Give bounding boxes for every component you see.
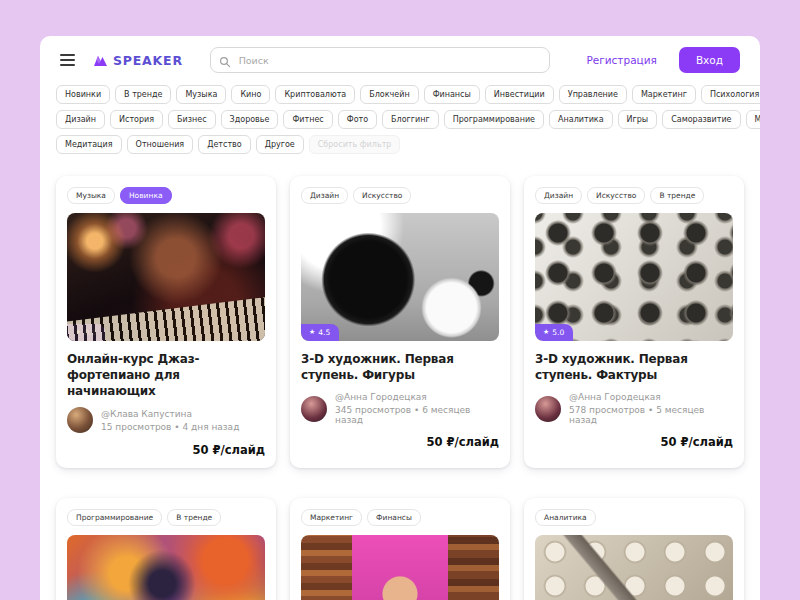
filters: Новинки В тренде Музыка Кино Криптовалют… <box>40 79 760 154</box>
filter-chip[interactable]: Маркетинг <box>632 85 696 104</box>
filter-chip[interactable]: Новинки <box>56 85 110 104</box>
card-tag[interactable]: В тренде <box>650 187 704 204</box>
course-image[interactable]: ★ 0.0 <box>67 213 265 341</box>
course-card[interactable]: Дизайн Искусство В тренде ★ 5.0 3-D худо… <box>524 176 744 468</box>
logo[interactable]: SPEAKER <box>93 53 183 68</box>
author-name[interactable]: @Клава Капустина <box>101 409 239 419</box>
filter-chip[interactable]: Финансы <box>424 85 480 104</box>
filter-chip[interactable]: Бизнес <box>168 110 216 129</box>
card-tags: Дизайн Искусство В тренде <box>535 187 733 204</box>
course-image[interactable]: ★ 4.5 <box>301 213 499 341</box>
reset-filter-button: Сбросить фильтр <box>309 135 401 154</box>
filter-chip[interactable]: Детство <box>198 135 251 154</box>
avatar[interactable] <box>67 407 93 433</box>
filter-chip[interactable]: Игры <box>618 110 658 129</box>
author-name[interactable]: @Анна Городецкая <box>335 392 499 402</box>
filter-chip[interactable]: Другое <box>256 135 304 154</box>
course-card[interactable]: Аналитика <box>524 498 744 600</box>
card-tag[interactable]: Искусство <box>353 187 411 204</box>
author-row: @Клава Капустина 15 просмотров • 4 дня н… <box>67 407 265 433</box>
course-stats: 15 просмотров • 4 дня назад <box>101 422 239 432</box>
card-tag[interactable]: Программирование <box>67 509 162 526</box>
course-title[interactable]: Онлайн-курс Джаз-фортепиано для начинающ… <box>67 352 265 399</box>
filter-chip[interactable]: Блоггинг <box>382 110 439 129</box>
author-row: @Анна Городецкая 578 просмотров • 5 меся… <box>535 392 733 425</box>
filter-chip[interactable]: Инвестиции <box>485 85 554 104</box>
course-stats: 345 просмотров • 6 месяцев назад <box>335 405 499 425</box>
rating-value: 0.0 <box>84 328 96 337</box>
filter-chip[interactable]: Программирование <box>444 110 544 129</box>
main-panel: SPEAKER Регистрация Вход Новинки В тренд… <box>40 36 760 600</box>
course-grid: Музыка Новинка ★ 0.0 Онлайн-курс Джаз-фо… <box>40 160 760 600</box>
course-image[interactable]: ★ 5.0 <box>535 213 733 341</box>
filter-chip[interactable]: Криптовалюта <box>275 85 355 104</box>
logo-icon <box>93 53 108 67</box>
search-icon <box>219 53 231 72</box>
course-card[interactable]: Музыка Новинка ★ 0.0 Онлайн-курс Джаз-фо… <box>56 176 276 468</box>
filter-row-2: Дизайн История Бизнес Здоровье Фитнес Фо… <box>56 110 744 129</box>
card-tags: Программирование В тренде <box>67 509 265 526</box>
rating-value: 4.5 <box>318 328 330 337</box>
course-card[interactable]: Программирование В тренде <box>56 498 276 600</box>
filter-chip[interactable]: Фото <box>338 110 377 129</box>
course-image[interactable] <box>67 535 265 600</box>
search-box <box>210 47 550 73</box>
filter-chip[interactable]: Отношения <box>127 135 194 154</box>
course-image[interactable] <box>301 535 499 600</box>
star-icon: ★ <box>309 329 315 336</box>
menu-icon[interactable] <box>60 54 75 66</box>
card-tag[interactable]: Музыка <box>67 187 115 204</box>
filter-chip[interactable]: Аналитика <box>549 110 613 129</box>
card-tag[interactable]: Маркетинг <box>301 509 362 526</box>
filter-chip[interactable]: Блокчейн <box>360 85 418 104</box>
rating-badge: ★ 5.0 <box>535 324 573 341</box>
course-price: 50 ₽/слайд <box>301 435 499 449</box>
course-title[interactable]: 3-D художник. Первая ступень. Фактуры <box>535 352 733 384</box>
rating-value: 5.0 <box>552 328 564 337</box>
filter-chip[interactable]: Музыка <box>176 85 226 104</box>
course-image[interactable] <box>535 535 733 600</box>
filter-chip[interactable]: Здоровье <box>221 110 279 129</box>
card-tag[interactable]: Финансы <box>367 509 421 526</box>
card-tag[interactable]: Искусство <box>587 187 645 204</box>
star-icon: ★ <box>543 329 549 336</box>
course-card[interactable]: Маркетинг Финансы <box>290 498 510 600</box>
filter-chip[interactable]: Медитация <box>56 135 122 154</box>
card-tag-new[interactable]: Новинка <box>120 187 172 204</box>
login-button[interactable]: Вход <box>679 47 740 73</box>
rating-badge: ★ 4.5 <box>301 324 339 341</box>
course-card[interactable]: Дизайн Искусство ★ 4.5 3-D художник. Пер… <box>290 176 510 468</box>
register-link[interactable]: Регистрация <box>586 54 656 66</box>
filter-chip[interactable]: Кино <box>231 85 270 104</box>
rating-badge: ★ 0.0 <box>67 324 105 341</box>
card-tag[interactable]: Аналитика <box>535 509 596 526</box>
author-name[interactable]: @Анна Городецкая <box>569 392 733 402</box>
card-tag[interactable]: Дизайн <box>301 187 348 204</box>
search-input[interactable] <box>210 47 550 73</box>
filter-chip[interactable]: В тренде <box>115 85 171 104</box>
header: SPEAKER Регистрация Вход <box>40 36 760 79</box>
star-icon: ★ <box>75 329 81 336</box>
filter-chip[interactable]: Фитнес <box>283 110 332 129</box>
card-tags: Музыка Новинка <box>67 187 265 204</box>
avatar[interactable] <box>535 396 561 422</box>
filter-chip[interactable]: Дизайн <box>56 110 105 129</box>
avatar[interactable] <box>301 396 327 422</box>
course-title[interactable]: 3-D художник. Первая ступень. Фигуры <box>301 352 499 384</box>
filter-chip[interactable]: Саморазвитие <box>662 110 740 129</box>
author-row: @Анна Городецкая 345 просмотров • 6 меся… <box>301 392 499 425</box>
card-tags: Аналитика <box>535 509 733 526</box>
card-tag[interactable]: Дизайн <box>535 187 582 204</box>
card-tags: Дизайн Искусство <box>301 187 499 204</box>
card-tags: Маркетинг Финансы <box>301 509 499 526</box>
filter-chip[interactable]: История <box>110 110 163 129</box>
logo-text: SPEAKER <box>113 53 183 68</box>
filter-chip[interactable]: Психология <box>701 85 760 104</box>
filter-chip[interactable]: Маркетплейсы <box>746 110 760 129</box>
filter-chip[interactable]: Управление <box>559 85 627 104</box>
course-stats: 578 просмотров • 5 месяцев назад <box>569 405 733 425</box>
filter-row-1: Новинки В тренде Музыка Кино Криптовалют… <box>56 85 744 104</box>
course-price: 50 ₽/слайд <box>535 435 733 449</box>
filter-row-3: Медитация Отношения Детство Другое Сброс… <box>56 135 744 154</box>
card-tag[interactable]: В тренде <box>167 509 221 526</box>
